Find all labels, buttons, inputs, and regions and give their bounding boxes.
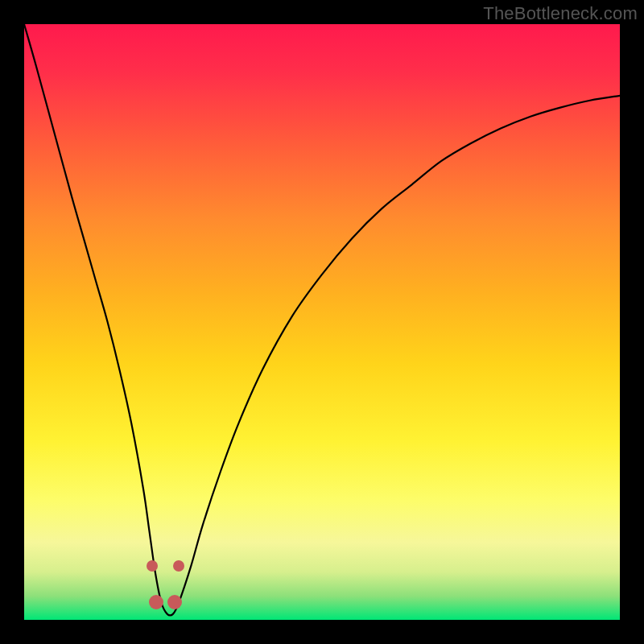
- bottleneck-curve: [24, 24, 620, 615]
- nodule-left-lower: [149, 595, 163, 609]
- chart-frame: [24, 24, 620, 620]
- watermark-text: TheBottleneck.com: [483, 3, 638, 24]
- nodule-right-lower: [167, 595, 182, 609]
- chart-svg: [24, 24, 620, 620]
